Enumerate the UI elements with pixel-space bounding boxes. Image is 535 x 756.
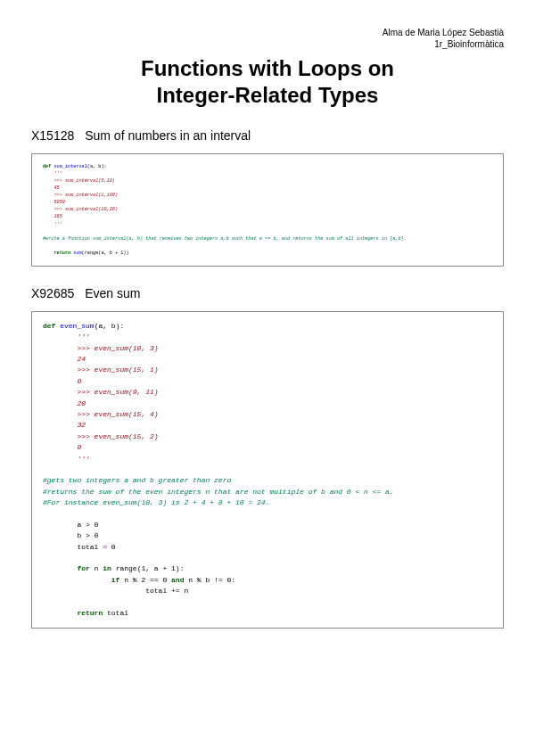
- doc-line: 45: [43, 185, 60, 191]
- ret-rest: (range(a, b + 1)): [82, 251, 129, 256]
- kw-def: def: [43, 322, 55, 330]
- kw-for: for: [77, 564, 89, 572]
- comment-line: #gets two integers a and b greater than …: [43, 476, 231, 484]
- params: (a, b):: [95, 322, 125, 330]
- doc-line: >>> even_sum(9, 11): [43, 388, 159, 396]
- doc-line: >>> even_sum(15, 1): [43, 366, 159, 374]
- doc-line: 0: [43, 377, 81, 385]
- header-right: Alma de Maria López Sebastià 1r_Bioinfor…: [31, 27, 504, 50]
- if-body: total += n: [43, 587, 188, 595]
- doc-line: 32: [43, 421, 86, 429]
- doc-line: 5050: [43, 200, 65, 205]
- code-block-1: def sum_interval(a, b): ''' >>> sum_inte…: [31, 153, 504, 267]
- doc-close: ''': [43, 222, 62, 227]
- doc-line: >>> even_sum(15, 2): [43, 432, 159, 440]
- exercise-id-1: X15128: [31, 128, 74, 143]
- document-page: Alma de Maria López Sebastià 1r_Bioinfor…: [0, 0, 535, 646]
- exercise-id-2: X92685: [31, 286, 74, 300]
- kw-def: def: [43, 164, 51, 169]
- doc-line: 165: [43, 214, 62, 219]
- title-line-2: Integer-Related Types: [157, 83, 379, 107]
- doc-line: >>> sum_interval(10,20): [43, 207, 118, 212]
- author-name: Alma de Maria López Sebastià: [31, 27, 504, 38]
- doc-line: >>> even_sum(10, 3): [43, 344, 159, 352]
- doc-line: 24: [43, 355, 86, 363]
- course-name: 1r_Bioinformàtica: [31, 38, 504, 50]
- doc-line: >>> sum_interval(1,100): [43, 193, 118, 198]
- body-line: b > 0: [43, 531, 98, 539]
- fn-name: sum_interval: [54, 164, 86, 169]
- kw-return: return: [54, 251, 70, 256]
- page-title: Functions with Loops on Integer-Related …: [31, 55, 504, 109]
- doc-line: >>> sum_interval(5,10): [43, 178, 115, 184]
- ret-val: total: [103, 609, 128, 617]
- for-range: range(1, a + 1):: [111, 564, 185, 572]
- kw-if: if: [111, 576, 120, 584]
- doc-open: ''': [43, 333, 90, 341]
- section-heading-2: X92685 Even sum: [31, 286, 504, 300]
- section-heading-1: X15128 Sum of numbers in an interval: [31, 128, 504, 143]
- kw-in: in: [103, 564, 111, 572]
- code-block-2: def even_sum(a, b): ''' >>> even_sum(10,…: [31, 311, 504, 629]
- exercise-name-2: Even sum: [85, 286, 140, 300]
- title-line-1: Functions with Loops on: [141, 56, 394, 80]
- comment-line: #write a function sum_interval(a, b) tha…: [43, 236, 407, 242]
- kw-return: return: [77, 609, 103, 617]
- exercise-name-1: Sum of numbers in an interval: [85, 128, 251, 143]
- if-cond1: n % 2 == 0: [119, 576, 171, 584]
- doc-line: 0: [43, 443, 81, 451]
- body-lhs: total: [43, 543, 98, 551]
- fn-sum: sum: [73, 251, 81, 256]
- doc-open: ''': [43, 171, 62, 177]
- kw-and: and: [171, 576, 184, 584]
- op-eq: =: [98, 543, 111, 551]
- comment-line: #returns the sum of the even integers n …: [43, 488, 394, 496]
- fn-name: even_sum: [60, 322, 94, 330]
- params: (a, b):: [87, 164, 107, 169]
- doc-close: ''': [43, 455, 90, 463]
- doc-line: >>> even_sum(15, 4): [43, 410, 159, 418]
- if-cond2: n % b != 0:: [184, 576, 235, 584]
- body-line: a > 0: [43, 521, 98, 529]
- for-var: n: [90, 564, 103, 572]
- comment-line: #For instance even_sum(10, 3) is 2 + 4 +…: [43, 498, 269, 506]
- body-rhs: 0: [111, 543, 116, 551]
- doc-line: 20: [43, 399, 86, 407]
